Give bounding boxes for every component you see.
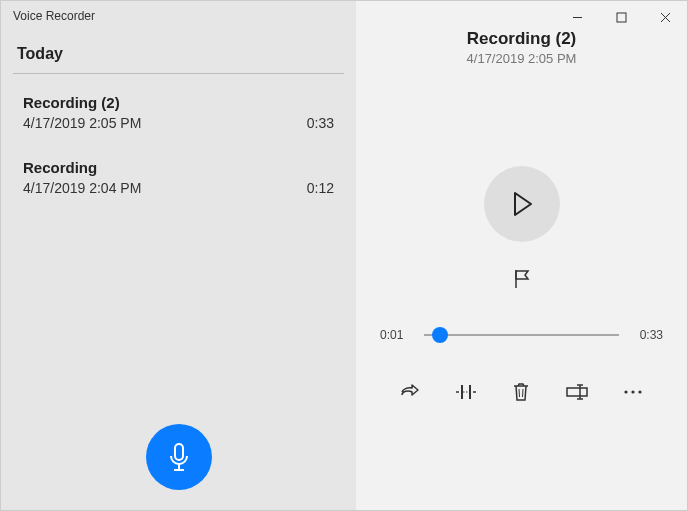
maximize-button[interactable] xyxy=(599,1,643,33)
svg-rect-17 xyxy=(567,388,587,396)
rename-button[interactable] xyxy=(557,374,597,410)
recording-item[interactable]: Recording (2) 4/17/2019 2:05 PM 0:33 xyxy=(1,80,356,145)
microphone-icon xyxy=(166,442,192,472)
svg-rect-0 xyxy=(175,444,183,460)
share-icon xyxy=(399,382,421,402)
play-icon xyxy=(511,191,533,217)
svg-point-22 xyxy=(632,390,635,393)
recording-name: Recording (2) xyxy=(23,94,334,111)
divider xyxy=(13,73,344,74)
group-header-today: Today xyxy=(1,27,356,73)
playback-pane: Recording (2) 4/17/2019 2:05 PM 0:01 xyxy=(356,1,687,510)
delete-button[interactable] xyxy=(501,374,541,410)
play-button[interactable] xyxy=(484,166,560,242)
record-button[interactable] xyxy=(146,424,212,490)
recording-duration: 0:12 xyxy=(307,180,334,196)
svg-point-23 xyxy=(639,390,642,393)
recording-date: 4/17/2019 2:05 PM xyxy=(23,115,141,131)
svg-line-15 xyxy=(519,389,520,397)
window-controls xyxy=(555,1,687,33)
svg-point-21 xyxy=(625,390,628,393)
trash-icon xyxy=(512,382,530,402)
recording-date: 4/17/2019 2:04 PM xyxy=(23,180,141,196)
playback-timeline: 0:01 0:33 xyxy=(356,328,687,342)
svg-rect-4 xyxy=(617,13,626,22)
recordings-list-pane: Voice Recorder Today Recording (2) 4/17/… xyxy=(1,1,356,510)
svg-rect-12 xyxy=(469,385,471,399)
svg-line-16 xyxy=(523,389,524,397)
flag-icon xyxy=(512,268,532,290)
action-bar xyxy=(356,374,687,410)
more-icon xyxy=(623,389,643,395)
recording-detail-header: Recording (2) 4/17/2019 2:05 PM xyxy=(356,29,687,66)
app-window: Voice Recorder Today Recording (2) 4/17/… xyxy=(0,0,688,511)
add-marker-button[interactable] xyxy=(356,268,687,290)
trim-icon xyxy=(454,383,478,401)
more-button[interactable] xyxy=(613,374,653,410)
total-time: 0:33 xyxy=(633,328,663,342)
elapsed-time: 0:01 xyxy=(380,328,410,342)
svg-marker-7 xyxy=(515,193,531,215)
share-button[interactable] xyxy=(390,374,430,410)
recording-name: Recording xyxy=(23,159,334,176)
minimize-button[interactable] xyxy=(555,1,599,33)
app-title: Voice Recorder xyxy=(1,1,356,27)
close-button[interactable] xyxy=(643,1,687,33)
seek-thumb[interactable] xyxy=(432,327,448,343)
recording-duration: 0:33 xyxy=(307,115,334,131)
trim-button[interactable] xyxy=(446,374,486,410)
svg-rect-11 xyxy=(461,385,463,399)
recording-item[interactable]: Recording 4/17/2019 2:04 PM 0:12 xyxy=(1,145,356,210)
rename-icon xyxy=(565,384,589,400)
seek-track[interactable] xyxy=(424,334,619,336)
detail-date: 4/17/2019 2:05 PM xyxy=(356,51,687,66)
